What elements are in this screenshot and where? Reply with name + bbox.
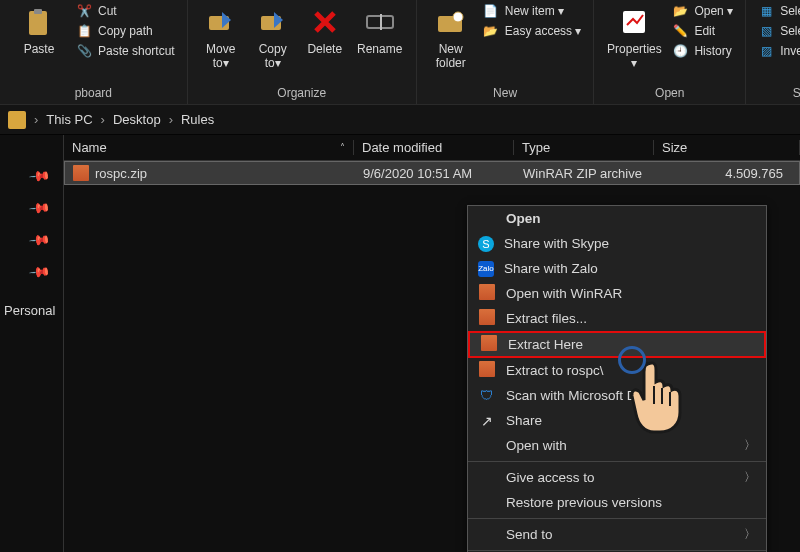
new-folder-button[interactable]: New folder — [427, 2, 475, 70]
paste-label: Paste — [24, 42, 55, 56]
ctx-extract-to[interactable]: Extract to rospc\ — [468, 358, 766, 383]
ctx-scan-defender[interactable]: 🛡 Scan with Microsoft De — [468, 383, 766, 408]
nav-pane: 📌 📌 📌 📌 Personal — [0, 135, 64, 552]
ctx-open-with[interactable]: Open with 〉 — [468, 433, 766, 458]
defender-icon: 🛡 — [478, 388, 496, 403]
cut-icon: ✂️ — [76, 3, 92, 19]
rename-icon — [364, 6, 396, 38]
invert-icon: ▨ — [758, 43, 774, 59]
column-headers: Name ˄ Date modified Type Size — [64, 135, 800, 161]
crumb-desktop[interactable]: Desktop — [113, 112, 161, 127]
select-all-button[interactable]: ▦ Select all — [756, 2, 800, 20]
invert-selection-button[interactable]: ▨ Invert selection — [756, 42, 800, 60]
file-type: WinRAR ZIP archive — [515, 166, 655, 181]
paste-button[interactable]: Paste — [10, 2, 68, 56]
svg-rect-1 — [34, 9, 42, 14]
ribbon-group-select: ▦ Select all ▧ Select none ▨ Invert sele… — [746, 0, 800, 104]
menu-separator — [468, 461, 766, 462]
ribbon-group-organize: Move to▾ Copy to▾ Delete Rename — [188, 0, 417, 104]
drive-icon — [8, 111, 26, 129]
select-none-icon: ▧ — [758, 23, 774, 39]
sort-asc-icon: ˄ — [340, 142, 345, 153]
open-icon: 📂 — [672, 3, 688, 19]
new-folder-icon — [435, 6, 467, 38]
ribbon: Paste ✂️ Cut 📋 Copy path 📎 Paste shortcu… — [0, 0, 800, 105]
cut-button[interactable]: ✂️ Cut — [74, 2, 177, 20]
new-item-button[interactable]: 📄 New item ▾ — [481, 2, 584, 20]
chevron-right-icon: › — [169, 112, 173, 127]
skype-icon: S — [478, 236, 494, 252]
context-menu: Open S Share with Skype Zalo Share with … — [467, 205, 767, 552]
file-size: 4.509.765 — [655, 166, 799, 181]
copy-path-icon: 📋 — [76, 23, 92, 39]
crumb-rules[interactable]: Rules — [181, 112, 214, 127]
col-date[interactable]: Date modified — [354, 140, 514, 155]
menu-separator — [468, 518, 766, 519]
chevron-right-icon: 〉 — [744, 526, 756, 543]
select-all-icon: ▦ — [758, 3, 774, 19]
properties-button[interactable]: Properties ▾ — [604, 2, 664, 70]
ctx-open-winrar[interactable]: Open with WinRAR — [468, 281, 766, 306]
group-label-open: Open — [604, 86, 735, 104]
col-size[interactable]: Size — [654, 140, 800, 155]
delete-icon — [309, 6, 341, 38]
ctx-give-access[interactable]: Give access to 〉 — [468, 465, 766, 490]
copy-to-icon — [257, 6, 289, 38]
copy-path-button[interactable]: 📋 Copy path — [74, 22, 177, 40]
svg-rect-0 — [29, 11, 47, 35]
ctx-share-skype[interactable]: S Share with Skype — [468, 231, 766, 256]
winrar-icon — [478, 309, 496, 328]
paste-icon — [23, 6, 55, 38]
ctx-extract-here[interactable]: Extract Here — [468, 331, 766, 358]
winrar-icon — [478, 361, 496, 380]
svg-rect-8 — [623, 11, 645, 33]
edit-button[interactable]: ✏️ Edit — [670, 22, 735, 40]
crumb-this-pc[interactable]: This PC — [46, 112, 92, 127]
breadcrumb[interactable]: › This PC › Desktop › Rules — [0, 105, 800, 135]
easy-access-button[interactable]: 📂 Easy access ▾ — [481, 22, 584, 40]
edit-icon: ✏️ — [672, 23, 688, 39]
file-name: rospc.zip — [95, 166, 147, 181]
move-to-icon — [205, 6, 237, 38]
nav-personal[interactable]: Personal — [0, 303, 63, 318]
svg-point-7 — [453, 12, 463, 22]
paste-shortcut-button[interactable]: 📎 Paste shortcut — [74, 42, 177, 60]
zalo-icon: Zalo — [478, 261, 494, 277]
ribbon-group-new: New folder 📄 New item ▾ 📂 Easy access ▾ … — [417, 0, 595, 104]
group-label-new: New — [427, 86, 584, 104]
move-to-button[interactable]: Move to▾ — [198, 2, 244, 70]
chevron-right-icon: › — [101, 112, 105, 127]
group-label-select: Select — [756, 86, 800, 104]
ctx-extract-files[interactable]: Extract files... — [468, 306, 766, 331]
col-name[interactable]: Name ˄ — [64, 140, 354, 155]
chevron-right-icon: 〉 — [744, 469, 756, 486]
open-button[interactable]: 📂 Open ▾ — [670, 2, 735, 20]
select-none-button[interactable]: ▧ Select none — [756, 22, 800, 40]
new-item-icon: 📄 — [483, 3, 499, 19]
winrar-icon — [478, 284, 496, 303]
rename-button[interactable]: Rename — [354, 2, 406, 56]
ribbon-group-clipboard: Paste ✂️ Cut 📋 Copy path 📎 Paste shortcu… — [0, 0, 188, 104]
group-label-clipboard: pboard — [10, 86, 177, 104]
ctx-send-to[interactable]: Send to 〉 — [468, 522, 766, 547]
col-type[interactable]: Type — [514, 140, 654, 155]
shortcut-icon: 📎 — [76, 43, 92, 59]
properties-icon — [618, 6, 650, 38]
chevron-right-icon: › — [34, 112, 38, 127]
ctx-restore[interactable]: Restore previous versions — [468, 490, 766, 515]
copy-to-button[interactable]: Copy to▾ — [250, 2, 296, 70]
share-icon: ↗ — [478, 413, 496, 429]
zip-file-icon — [73, 165, 89, 181]
group-label-organize: Organize — [198, 86, 406, 104]
easy-access-icon: 📂 — [483, 23, 499, 39]
ctx-share[interactable]: ↗ Share — [468, 408, 766, 433]
chevron-right-icon: 〉 — [744, 437, 756, 454]
ctx-open[interactable]: Open — [468, 206, 766, 231]
winrar-icon — [480, 335, 498, 354]
menu-separator — [468, 550, 766, 551]
file-row[interactable]: rospc.zip 9/6/2020 10:51 AM WinRAR ZIP a… — [64, 161, 800, 185]
ctx-share-zalo[interactable]: Zalo Share with Zalo — [468, 256, 766, 281]
delete-button[interactable]: Delete — [302, 2, 348, 56]
file-date: 9/6/2020 10:51 AM — [355, 166, 515, 181]
history-button[interactable]: 🕘 History — [670, 42, 735, 60]
